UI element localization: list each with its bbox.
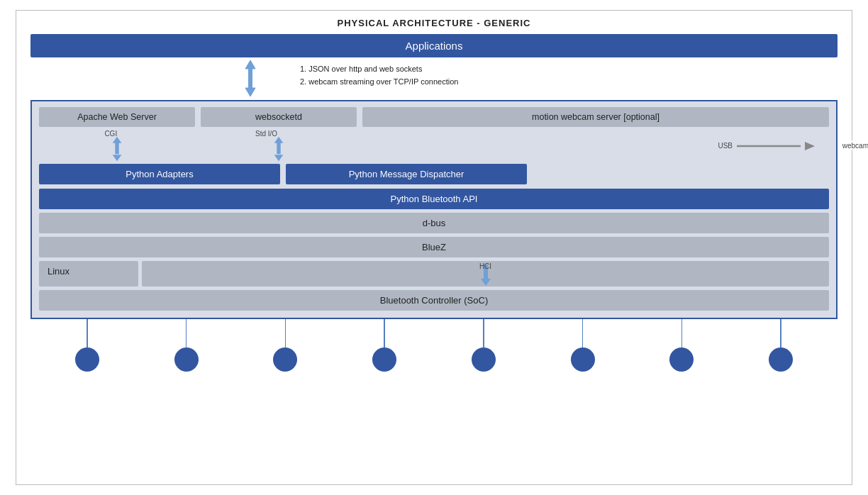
hci-label: HCI [479,262,491,270]
svg-marker-0 [245,60,255,69]
python-dispatcher-box: Python Message Dispatcher [286,164,527,184]
svg-marker-2 [245,88,255,96]
svg-rect-4 [115,143,118,154]
mid-section: 1. JSON over http and web sockets 2. web… [30,57,838,100]
circle-col-2 [174,319,199,372]
cgi-label: CGI [104,130,117,138]
arrow-row: CGI Std I/O USB [39,128,829,162]
bluez-bar: BlueZ [39,237,829,257]
usb-label: USB [718,142,733,150]
svg-rect-1 [248,68,252,89]
bt-controller-bar: Bluetooth Controller (SoC) [39,290,829,311]
annotation-line-1: 1. JSON over http and web sockets [300,63,458,76]
circle-line-6 [582,319,584,347]
stdio-label: Std I/O [255,130,277,138]
circle-dot-1 [75,347,99,372]
svg-marker-12 [481,279,491,286]
annotation-line-2: 2. webcam streaming over TCP/IP connecti… [300,76,458,89]
linux-hci-area: HCI [142,261,829,287]
circle-col-3 [273,319,297,372]
circle-dot-8 [769,347,793,372]
svg-marker-5 [113,155,122,161]
circle-line-8 [780,319,781,347]
page-title: PHYSICAL ARCHITECTURE - GENERIC [23,18,845,28]
circle-dot-4 [372,347,396,372]
circle-col-1 [75,319,99,372]
circle-line-7 [681,319,683,347]
webcam-label: webcam [841,141,868,150]
page-container: PHYSICAL ARCHITECTURE - GENERIC Applicat… [16,10,852,485]
python-row: Python Adapters Python Message Dispatche… [39,164,829,184]
python-adapters-box: Python Adapters [39,164,280,184]
motion-box: motion webcam server [optional] [362,107,829,127]
usb-arrow-col: USB webcam [357,128,829,162]
circle-line-2 [186,319,187,347]
circle-line-4 [384,319,385,347]
websocketd-box: websocketd [201,107,357,127]
top-row: Apache Web Server websocketd motion webc… [39,107,829,127]
dbus-bar: d-bus [39,213,829,233]
circle-col-4 [372,319,396,372]
circle-col-8 [769,319,793,372]
cgi-arrow-col: CGI [39,128,195,162]
stdio-arrow-col: Std I/O [201,128,357,162]
usb-area: USB [718,138,822,153]
linux-row: Linux HCI [39,261,829,287]
circle-dot-3 [273,347,297,372]
circle-col-6 [571,319,595,372]
circle-dot-7 [669,347,694,372]
circle-col-7 [669,319,694,372]
circles-row [23,319,845,383]
annotation-area: 1. JSON over http and web sockets 2. web… [300,63,458,88]
arch-box: Apache Web Server websocketd motion webc… [30,100,838,319]
linux-label: Linux [39,261,138,287]
circle-line-3 [285,319,286,347]
circle-col-5 [472,319,496,372]
svg-marker-6 [274,137,284,143]
circle-dot-2 [174,347,199,372]
circle-line-1 [87,319,88,347]
circle-line-5 [483,319,484,347]
svg-marker-10 [805,142,815,150]
vertical-double-arrow [240,59,260,98]
circle-dot-5 [472,347,496,372]
apache-box: Apache Web Server [39,107,195,127]
python-bt-api-bar: Python Bluetooth API [39,189,829,209]
svg-marker-8 [274,155,284,161]
applications-bar: Applications [30,34,838,57]
svg-rect-7 [277,143,280,154]
svg-marker-3 [113,137,122,143]
circle-dot-6 [571,347,595,372]
